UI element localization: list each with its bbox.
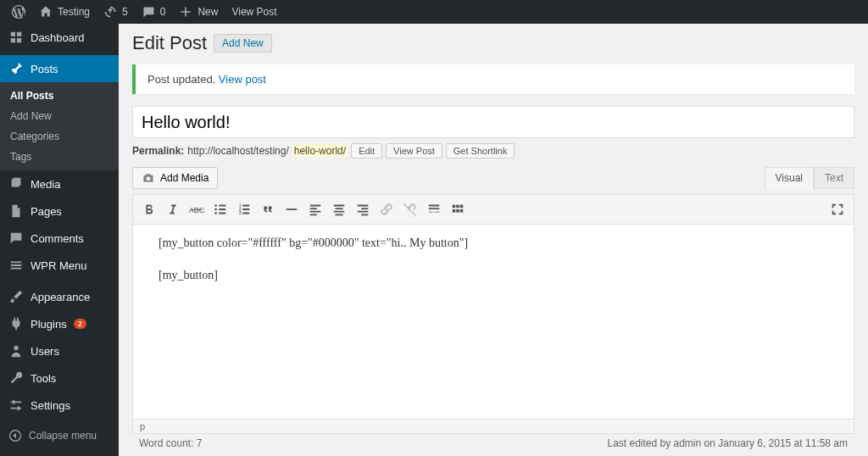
align-left-button[interactable]	[304, 198, 326, 220]
sidebar-item-wpr-menu[interactable]: WPR Menu	[0, 252, 119, 279]
svg-rect-13	[456, 209, 459, 213]
page-icon	[8, 203, 24, 219]
svg-rect-10	[456, 205, 459, 209]
content-line: [my_button]	[159, 269, 828, 282]
bold-button[interactable]	[138, 198, 160, 220]
view-post-button[interactable]: View Post	[386, 143, 442, 158]
user-icon	[8, 343, 24, 359]
svg-point-3	[214, 204, 217, 207]
sidebar-item-label: Posts	[31, 63, 58, 75]
unlink-icon	[403, 202, 418, 217]
svg-rect-14	[460, 209, 464, 213]
brush-icon	[8, 289, 24, 304]
media-icon	[8, 176, 24, 192]
more-button[interactable]	[423, 198, 445, 220]
sidebar-item-pages[interactable]: Pages	[0, 197, 119, 225]
main-content: Edit Post Add New Post updated. View pos…	[119, 24, 868, 456]
edit-permalink-button[interactable]: Edit	[351, 143, 382, 158]
site-home[interactable]: Testing	[32, 0, 97, 24]
submenu-tags[interactable]: Tags	[0, 147, 119, 167]
editor-path: p	[132, 420, 854, 434]
add-media-button[interactable]: Add Media	[132, 167, 218, 189]
comments-toggle[interactable]: 0	[135, 0, 173, 24]
sidebar-item-dashboard[interactable]: Dashboard	[0, 24, 119, 51]
align-right-button[interactable]	[352, 198, 374, 220]
editor-content[interactable]: [my_button color="#ffffff" bg="#000000" …	[132, 225, 854, 420]
wrench-icon	[8, 370, 24, 386]
svg-rect-9	[453, 205, 456, 209]
new-label: New	[198, 6, 218, 18]
bold-icon	[142, 202, 157, 217]
wp-logo[interactable]	[5, 0, 32, 24]
tab-visual[interactable]: Visual	[765, 167, 814, 189]
permalink-label: Permalink:	[132, 145, 184, 157]
unlink-button[interactable]	[399, 198, 421, 220]
new-content[interactable]: New	[172, 0, 225, 24]
last-edited: Last edited by admin on January 6, 2015 …	[607, 437, 848, 449]
blockquote-button[interactable]	[257, 198, 279, 220]
sidebar-item-label: WPR Menu	[31, 259, 86, 272]
collapse-menu[interactable]: Collapse menu	[0, 423, 119, 448]
italic-button[interactable]	[162, 198, 184, 220]
sidebar-item-label: Settings	[31, 399, 70, 412]
sidebar-item-users[interactable]: Users	[0, 337, 119, 364]
updates-toggle[interactable]: 5	[97, 0, 135, 24]
view-post-link[interactable]: View post	[219, 73, 266, 86]
align-right-icon	[355, 202, 370, 217]
hr-button[interactable]	[281, 198, 303, 220]
svg-point-0	[14, 346, 18, 350]
svg-rect-12	[453, 209, 456, 213]
svg-point-4	[214, 209, 217, 211]
collapse-icon	[8, 429, 22, 442]
editor-wrap: Visual Text ABC 123 [my_button color="#f…	[132, 194, 854, 453]
fullscreen-icon	[830, 202, 845, 217]
view-post-link[interactable]: View Post	[225, 0, 283, 24]
updates-icon	[103, 5, 117, 19]
sidebar-item-label: Appearance	[31, 291, 90, 303]
comment-icon	[142, 5, 155, 19]
numbered-list-button[interactable]: 123	[233, 198, 255, 220]
sidebar-item-tools[interactable]: Tools	[0, 364, 119, 392]
sidebar-item-plugins[interactable]: Plugins 2	[0, 310, 119, 337]
sidebar-item-comments[interactable]: Comments	[0, 225, 119, 252]
editor-tabs: Visual Text	[765, 167, 854, 189]
sidebar-item-label: Comments	[31, 232, 84, 245]
kitchen-sink-button[interactable]	[447, 198, 469, 220]
page-title: Edit Post	[132, 32, 207, 54]
align-center-button[interactable]	[328, 198, 350, 220]
sidebar-item-posts[interactable]: Posts	[0, 55, 119, 82]
permalink-row: Permalink: http://localhost/testing/hell…	[132, 138, 854, 167]
plug-icon	[8, 316, 24, 331]
italic-icon	[165, 202, 181, 217]
more-icon	[426, 202, 442, 217]
add-new-button[interactable]: Add New	[214, 34, 272, 53]
post-title-input[interactable]	[132, 106, 854, 138]
sidebar-item-settings[interactable]: Settings	[0, 392, 119, 419]
submenu-add-new[interactable]: Add New	[0, 106, 119, 126]
fullscreen-button[interactable]	[826, 198, 849, 220]
sidebar-item-label: Users	[31, 345, 59, 358]
svg-text:3: 3	[239, 210, 242, 215]
sidebar-item-label: Plugins	[31, 318, 67, 331]
toolbar-toggle-icon	[450, 202, 465, 217]
menu-icon	[8, 258, 24, 273]
editor-toolbar: ABC 123	[132, 194, 854, 225]
tab-text[interactable]: Text	[814, 167, 854, 189]
link-button[interactable]	[376, 198, 398, 220]
submenu-all-posts[interactable]: All Posts	[0, 86, 119, 106]
align-center-icon	[331, 202, 347, 217]
strikethrough-button[interactable]: ABC	[186, 198, 208, 220]
bullet-list-button[interactable]	[209, 198, 231, 220]
plus-icon	[179, 5, 192, 19]
sidebar-item-appearance[interactable]: Appearance	[0, 283, 119, 310]
site-name: Testing	[58, 6, 90, 18]
sidebar-item-media[interactable]: Media	[0, 170, 119, 197]
get-shortlink-button[interactable]: Get Shortlink	[446, 143, 515, 158]
updates-count: 5	[122, 6, 128, 18]
sidebar-item-label: Tools	[31, 372, 56, 385]
submenu-categories[interactable]: Categories	[0, 126, 119, 147]
svg-rect-11	[460, 205, 464, 209]
strikethrough-icon: ABC	[189, 202, 204, 217]
comments-icon	[8, 231, 24, 246]
notice-text: Post updated.	[147, 73, 219, 86]
